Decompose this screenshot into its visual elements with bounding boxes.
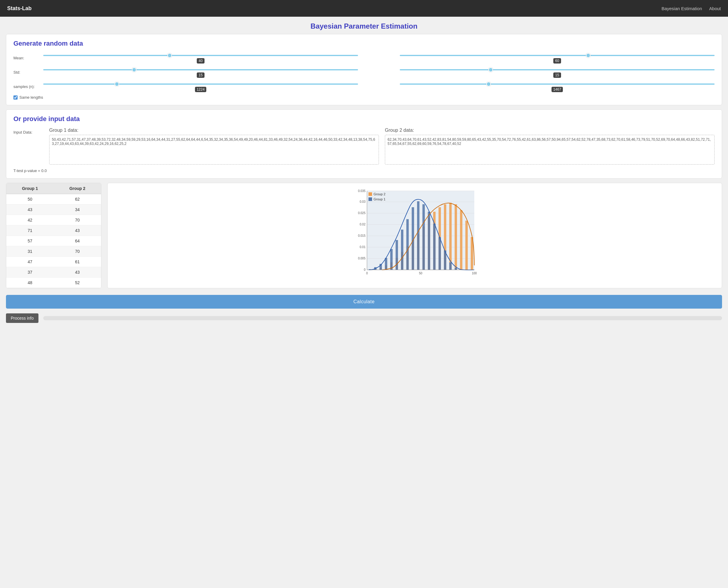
std-slider-2[interactable] bbox=[400, 69, 714, 70]
same-lengths-label: Same lengths bbox=[19, 95, 43, 100]
header: Stats-Lab Bayesian Estimation About bbox=[0, 0, 728, 17]
table-cell-g2: 64 bbox=[53, 236, 101, 246]
input-data-row: Input Data: Group 1 data: Group 2 data: bbox=[14, 128, 714, 166]
data-table-wrap: Group 1 Group 2 506243344270714357643170… bbox=[6, 183, 101, 288]
mean-slider-2[interactable] bbox=[400, 55, 714, 56]
sliders-row: Mean: 40 Std: 15 bbox=[14, 52, 714, 100]
mean-slider-row-2: 60 bbox=[370, 52, 714, 64]
std-slider-wrap-2: 15 bbox=[400, 66, 714, 78]
table-row: 3170 bbox=[6, 246, 101, 257]
x-label-100: 100 bbox=[472, 272, 477, 275]
g1-bar-16 bbox=[449, 262, 452, 270]
samples-tooltip-1: 1224 bbox=[195, 87, 207, 92]
table-cell-g2: 43 bbox=[53, 267, 101, 278]
table-cell-g1: 48 bbox=[6, 278, 53, 288]
g1-bar-12 bbox=[428, 212, 430, 270]
y-label-0: 0 bbox=[364, 268, 365, 271]
bottom-bar: Process info bbox=[6, 311, 722, 325]
group1-input: Group 1 data: bbox=[49, 128, 379, 166]
input-data-card: Or provide input data Input Data: Group … bbox=[6, 109, 722, 178]
input-data-groups: Group 1 data: Group 2 data: bbox=[49, 128, 714, 166]
table-row: 4334 bbox=[6, 205, 101, 215]
generate-data-title: Generate random data bbox=[14, 40, 714, 47]
calculate-button[interactable]: Calculate bbox=[6, 295, 722, 309]
table-cell-g1: 47 bbox=[6, 257, 53, 267]
table-body: 506243344270714357643170476137434852 bbox=[6, 194, 101, 288]
g2-bar-16 bbox=[455, 204, 457, 270]
samples-slider-wrap-1: 1224 bbox=[43, 81, 358, 92]
group1-textarea[interactable] bbox=[49, 135, 379, 165]
g1-bar-11 bbox=[423, 204, 425, 270]
process-info-button[interactable]: Process info bbox=[6, 313, 39, 323]
g1-bar-13 bbox=[433, 224, 435, 270]
y-label-5: 0.025 bbox=[358, 211, 365, 215]
g1-bar-8 bbox=[406, 219, 409, 270]
table-cell-g2: 61 bbox=[53, 257, 101, 267]
table-cell-g1: 57 bbox=[6, 236, 53, 246]
app-logo: Stats-Lab bbox=[7, 5, 31, 12]
samples-slider-row-1: samples (n): 1224 bbox=[14, 81, 358, 92]
table-row: 4761 bbox=[6, 257, 101, 267]
group2-textarea[interactable] bbox=[385, 135, 714, 165]
table-row: 3743 bbox=[6, 267, 101, 278]
samples-slider-row-2: 1467 bbox=[370, 81, 714, 92]
table-cell-g1: 31 bbox=[6, 246, 53, 257]
legend-g2-color bbox=[368, 192, 372, 196]
samples-label-1: samples (n): bbox=[14, 84, 43, 89]
g2-bar-17 bbox=[460, 210, 463, 270]
std-slider-row-1: Std: 15 bbox=[14, 66, 358, 78]
std-tooltip-2: 15 bbox=[553, 72, 561, 78]
std-slider-1[interactable] bbox=[43, 69, 358, 70]
nav-bayesian-estimation[interactable]: Bayesian Estimation bbox=[662, 6, 702, 11]
header-nav: Bayesian Estimation About bbox=[662, 6, 721, 11]
nav-about[interactable]: About bbox=[709, 6, 721, 11]
calculate-btn-wrap: Calculate bbox=[6, 293, 722, 311]
group2-input: Group 2 data: bbox=[385, 128, 714, 166]
same-lengths-checkbox[interactable] bbox=[14, 96, 18, 100]
mean-label-1: Mean: bbox=[14, 56, 43, 60]
legend-g1-color bbox=[368, 197, 372, 201]
y-label-1: 0.005 bbox=[358, 257, 365, 260]
table-cell-g2: 34 bbox=[53, 205, 101, 215]
group2-input-label: Group 2 data: bbox=[385, 128, 714, 133]
samples-slider-2[interactable] bbox=[400, 83, 714, 85]
mean-slider-wrap-2: 60 bbox=[400, 52, 714, 64]
y-label-7: 0.035 bbox=[358, 189, 365, 193]
std-slider-row-2: 15 bbox=[370, 66, 714, 78]
y-label-6: 0.03 bbox=[360, 200, 366, 203]
input-data-label: Input Data: bbox=[14, 128, 40, 134]
g1-bar-7 bbox=[401, 230, 403, 270]
main-content-row: Group 1 Group 2 506243344270714357643170… bbox=[6, 183, 722, 288]
table-cell-g1: 71 bbox=[6, 226, 53, 236]
page-content: Bayesian Parameter Estimation Generate r… bbox=[0, 17, 728, 331]
group1-input-label: Group 1 data: bbox=[49, 128, 379, 133]
samples-slider-wrap-2: 1467 bbox=[400, 81, 714, 92]
g1-bar-17 bbox=[455, 268, 457, 270]
mean-slider-1[interactable] bbox=[43, 55, 358, 56]
table-row: 5764 bbox=[6, 236, 101, 246]
page-title: Bayesian Parameter Estimation bbox=[6, 17, 722, 34]
scrollbar bbox=[43, 316, 722, 320]
table-cell-g2: 52 bbox=[53, 278, 101, 288]
y-label-2: 0.01 bbox=[360, 246, 366, 249]
mean-slider-row-1: Mean: 40 bbox=[14, 52, 358, 64]
table-row: 4270 bbox=[6, 215, 101, 226]
legend-g1-label: Group 1 bbox=[373, 197, 385, 201]
y-label-4: 0.02 bbox=[360, 223, 366, 226]
table-cell-g2: 70 bbox=[53, 215, 101, 226]
table-cell-g2: 43 bbox=[53, 226, 101, 236]
col1-header: Group 1 bbox=[6, 183, 53, 194]
col2-header: Group 2 bbox=[53, 183, 101, 194]
samples-slider-1[interactable] bbox=[43, 83, 358, 85]
std-label-1: Std: bbox=[14, 70, 43, 75]
table-cell-g2: 62 bbox=[53, 194, 101, 205]
generate-data-card: Generate random data Mean: 40 Std: bbox=[6, 34, 722, 105]
g1-bar-5 bbox=[390, 249, 393, 270]
table-cell-g2: 70 bbox=[53, 246, 101, 257]
group1-sliders: Mean: 40 Std: 15 bbox=[14, 52, 358, 100]
data-table: Group 1 Group 2 506243344270714357643170… bbox=[6, 183, 101, 288]
chart-bg bbox=[367, 191, 474, 270]
histogram-chart: 0 0.005 0.01 0.015 0.02 0.025 0.03 0.035… bbox=[111, 188, 718, 283]
std-slider-wrap-1: 15 bbox=[43, 66, 358, 78]
g1-bar-10 bbox=[417, 201, 420, 270]
